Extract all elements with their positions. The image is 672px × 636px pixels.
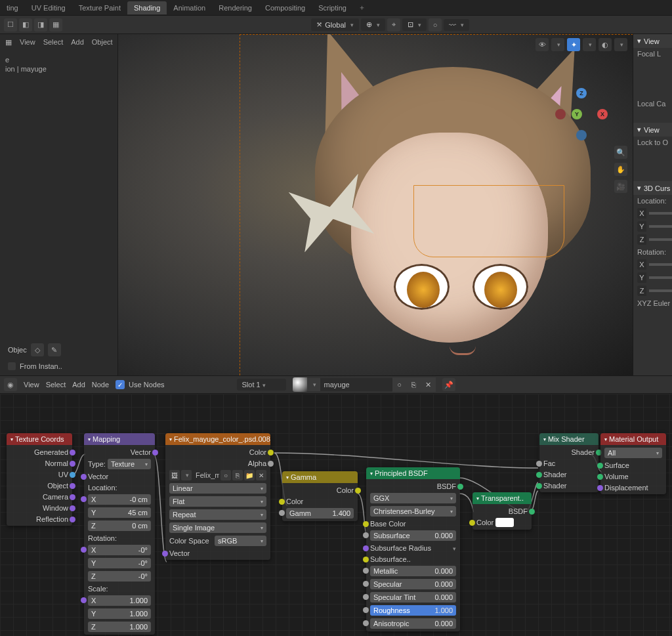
subsurface-field[interactable]: Subsurface0.000 bbox=[370, 530, 456, 541]
scl-z-field[interactable]: Z1.000 bbox=[88, 622, 151, 632]
mapping-type-dropdown[interactable]: Texture bbox=[108, 459, 151, 469]
node-header[interactable]: Felix_mayuge_color_.psd.008 bbox=[165, 433, 270, 445]
panel-view-header[interactable]: ▾ View bbox=[633, 34, 672, 48]
loc-z-field[interactable]: Z0 cm bbox=[88, 520, 151, 531]
cursor-rx-field[interactable] bbox=[649, 263, 672, 266]
socket-color-in[interactable]: Color bbox=[286, 498, 303, 505]
socket-vector-in[interactable]: Vector bbox=[88, 473, 108, 480]
zoom-icon[interactable]: 🔍 bbox=[614, 146, 627, 159]
tab-shading[interactable]: Shading bbox=[127, 1, 167, 14]
object-mode-icon[interactable]: ◇ bbox=[31, 343, 44, 356]
nav-gizmo[interactable]: Z X Y bbox=[555, 88, 608, 140]
socket-volume[interactable]: Volume bbox=[604, 473, 629, 480]
source-dropdown[interactable]: Single Image bbox=[169, 522, 266, 533]
socket-camera[interactable]: Camera bbox=[43, 493, 68, 501]
menu-add[interactable]: Add bbox=[72, 381, 85, 389]
gizmo-y-icon[interactable]: Y bbox=[572, 109, 582, 119]
node-header[interactable]: Principled BSDF bbox=[366, 467, 460, 479]
socket-reflection[interactable]: Reflection bbox=[36, 515, 68, 523]
roughness-field[interactable]: Roughness1.000 bbox=[370, 605, 456, 616]
socket-displacement[interactable]: Displacement bbox=[604, 484, 648, 492]
socket-sss-color[interactable]: Subsurface.. bbox=[370, 555, 411, 563]
node-transparent-bsdf[interactable]: Transparent.. BSDF Color bbox=[472, 492, 532, 530]
pivot-dropdown[interactable]: ⊕ bbox=[361, 18, 385, 31]
tab-compositing[interactable]: Compositing bbox=[259, 1, 312, 14]
gizmo-toggle-icon[interactable]: ✦ bbox=[567, 38, 580, 51]
cursor4-icon[interactable]: ▦ bbox=[49, 18, 62, 32]
interp-dropdown[interactable]: Linear bbox=[169, 483, 266, 494]
tab-animation[interactable]: Animation bbox=[167, 1, 212, 14]
node-gamma[interactable]: Gamma Color Color Gamm1.400 bbox=[282, 471, 358, 521]
tab-layout[interactable]: ting bbox=[0, 1, 25, 14]
menu-select[interactable]: Select bbox=[43, 38, 64, 47]
gizmo-z-icon[interactable]: Z bbox=[576, 88, 587, 98]
projection-dropdown[interactable]: Flat bbox=[169, 496, 266, 507]
snap-toggle-icon[interactable]: ⌖ bbox=[387, 18, 400, 32]
socket-sss-radius[interactable]: Subsurface Radius bbox=[370, 544, 451, 552]
extension-dropdown[interactable]: Repeat bbox=[169, 509, 266, 520]
overlay-toggle-icon[interactable]: ◐ bbox=[598, 38, 612, 51]
cursor2-icon[interactable]: ◧ bbox=[19, 18, 32, 32]
node-header[interactable]: Gamma bbox=[282, 471, 358, 483]
menu-add[interactable]: Add bbox=[71, 38, 84, 47]
socket-color-out[interactable]: Color bbox=[337, 486, 354, 494]
image-browse-dropdown[interactable] bbox=[181, 470, 192, 480]
output-target-dropdown[interactable]: All bbox=[604, 448, 662, 458]
socket-normal[interactable]: Normal bbox=[45, 459, 68, 467]
node-header[interactable]: Texture Coords bbox=[7, 433, 72, 445]
image-browse-icon[interactable]: 🖼 bbox=[169, 470, 180, 480]
scl-y-field[interactable]: Y1.000 bbox=[88, 608, 151, 619]
tab-texture-paint[interactable]: Texture Paint bbox=[72, 1, 127, 14]
socket-color-in[interactable]: Color bbox=[476, 519, 494, 526]
image-name-field[interactable]: Felix_ma.. bbox=[193, 470, 219, 480]
pin-material-icon[interactable]: 📌 bbox=[442, 378, 455, 391]
proportional-dropdown[interactable]: 〰 bbox=[444, 19, 469, 31]
menu-view[interactable]: View bbox=[20, 38, 35, 47]
cursor-ry-field[interactable] bbox=[649, 276, 672, 279]
gamma-value-field[interactable]: Gamm1.400 bbox=[286, 508, 354, 519]
sss-method-dropdown[interactable]: Christensen-Burley bbox=[370, 506, 456, 517]
socket-shader-out[interactable]: Shader bbox=[572, 448, 595, 456]
3d-viewport[interactable]: 👁 ✦ ◐ Z X Y 🔍 ✋ 🎥 bbox=[118, 34, 633, 375]
tab-rendering[interactable]: Rendering bbox=[212, 1, 259, 14]
gizmo-neg-z-icon[interactable] bbox=[576, 130, 587, 140]
node-header[interactable]: Mix Shader bbox=[539, 433, 598, 445]
cursor-z-field[interactable] bbox=[649, 238, 672, 241]
node-material-output[interactable]: Material Output All Surface Volume Displ… bbox=[600, 433, 666, 494]
chevron-down-icon[interactable] bbox=[451, 544, 456, 552]
menu-object[interactable]: Object bbox=[92, 38, 113, 47]
node-header[interactable]: Material Output bbox=[600, 433, 666, 445]
socket-color-out[interactable]: Color bbox=[249, 448, 266, 456]
loc-x-field[interactable]: X-0 cm bbox=[88, 494, 151, 505]
editor-type-icon[interactable]: ▦ bbox=[5, 38, 12, 47]
menu-node[interactable]: Node bbox=[92, 381, 109, 389]
material-name-field[interactable]: mayuge bbox=[320, 378, 392, 391]
scl-x-field[interactable]: X1.000 bbox=[88, 595, 151, 606]
cursor-y-field[interactable] bbox=[649, 225, 672, 228]
shader-node-editor[interactable]: Texture Coords Generated Normal UV Objec… bbox=[0, 394, 672, 636]
cursor-x-field[interactable] bbox=[649, 212, 672, 215]
loc-y-field[interactable]: Y45 cm bbox=[88, 507, 151, 518]
panel-3dcursor-header[interactable]: ▾ 3D Curs bbox=[633, 181, 672, 195]
orientation-dropdown[interactable]: ⤧Global bbox=[311, 18, 359, 31]
menu-select[interactable]: Select bbox=[46, 381, 66, 389]
image-new-icon[interactable]: ⎘ bbox=[232, 470, 243, 480]
gizmo-x-icon[interactable]: X bbox=[597, 109, 608, 119]
node-header[interactable]: Transparent.. bbox=[472, 492, 532, 504]
color-swatch[interactable] bbox=[495, 518, 514, 527]
socket-fac[interactable]: Fac bbox=[543, 459, 555, 467]
panel-view2-header[interactable]: ▾ View bbox=[633, 123, 672, 137]
material-slot-dropdown[interactable]: Slot 1 bbox=[237, 379, 286, 391]
tab-uv-editing[interactable]: UV Editing bbox=[25, 1, 72, 14]
node-mapping[interactable]: Mapping Vector Type: Texture Vector Loca… bbox=[84, 433, 155, 635]
object-options-icon[interactable]: ✎ bbox=[48, 343, 61, 356]
camera-icon[interactable]: 🎥 bbox=[614, 180, 627, 193]
rotation-mode-label[interactable]: XYZ Euler bbox=[633, 297, 672, 309]
color-space-dropdown[interactable]: sRGB bbox=[215, 536, 266, 546]
socket-shader-a[interactable]: Shader bbox=[543, 471, 566, 478]
socket-object[interactable]: Object bbox=[47, 482, 68, 490]
socket-base-color[interactable]: Base Color bbox=[370, 520, 406, 528]
snap-dropdown[interactable]: ⊡ bbox=[402, 18, 427, 31]
cursor3-icon[interactable]: ◨ bbox=[34, 18, 47, 32]
cursor-icon[interactable]: ☐ bbox=[4, 18, 17, 32]
